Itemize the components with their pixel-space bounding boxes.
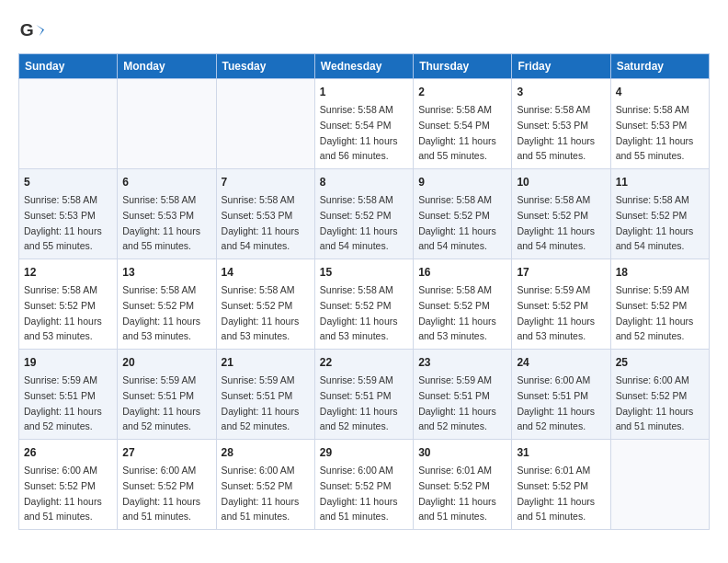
day-cell-4: 4Sunrise: 5:58 AM Sunset: 5:53 PM Daylig… — [610, 79, 709, 169]
day-info: Sunrise: 6:01 AM Sunset: 5:52 PM Dayligh… — [418, 465, 496, 522]
day-info: Sunrise: 5:59 AM Sunset: 5:51 PM Dayligh… — [222, 374, 300, 431]
day-cell-24: 24Sunrise: 6:00 AM Sunset: 5:51 PM Dayli… — [512, 350, 610, 440]
day-cell-29: 29Sunrise: 6:00 AM Sunset: 5:52 PM Dayli… — [314, 440, 413, 530]
week-row-3: 12Sunrise: 5:58 AM Sunset: 5:52 PM Dayli… — [19, 259, 710, 350]
day-info: Sunrise: 6:00 AM Sunset: 5:52 PM Dayligh… — [122, 465, 200, 522]
day-number: 21 — [222, 354, 310, 371]
day-number: 26 — [24, 444, 112, 461]
day-info: Sunrise: 5:58 AM Sunset: 5:52 PM Dayligh… — [616, 194, 694, 251]
day-number: 23 — [418, 354, 506, 371]
day-number: 24 — [517, 354, 605, 371]
day-cell-7: 7Sunrise: 5:58 AM Sunset: 5:53 PM Daylig… — [216, 169, 314, 259]
day-number: 13 — [122, 264, 210, 281]
day-number: 9 — [418, 174, 506, 190]
day-cell-20: 20Sunrise: 5:59 AM Sunset: 5:51 PM Dayli… — [118, 350, 216, 440]
day-info: Sunrise: 5:59 AM Sunset: 5:52 PM Dayligh… — [517, 284, 595, 341]
day-cell-31: 31Sunrise: 6:01 AM Sunset: 5:52 PM Dayli… — [512, 440, 610, 530]
day-info: Sunrise: 5:58 AM Sunset: 5:52 PM Dayligh… — [320, 194, 398, 251]
day-info: Sunrise: 5:58 AM Sunset: 5:52 PM Dayligh… — [418, 284, 496, 341]
column-header-thursday: Thursday — [414, 54, 512, 79]
day-info: Sunrise: 5:58 AM Sunset: 5:53 PM Dayligh… — [616, 104, 694, 161]
empty-cell — [610, 440, 709, 530]
svg-text:G: G — [20, 20, 34, 40]
day-number: 16 — [418, 264, 506, 281]
day-number: 11 — [616, 174, 704, 190]
day-info: Sunrise: 6:01 AM Sunset: 5:52 PM Dayligh… — [517, 465, 595, 522]
day-info: Sunrise: 5:58 AM Sunset: 5:54 PM Dayligh… — [320, 104, 398, 161]
day-number: 27 — [122, 444, 210, 461]
day-cell-18: 18Sunrise: 5:59 AM Sunset: 5:52 PM Dayli… — [610, 259, 709, 350]
day-number: 10 — [517, 174, 605, 190]
column-header-sunday: Sunday — [19, 54, 118, 79]
calendar-table: SundayMondayTuesdayWednesdayThursdayFrid… — [18, 53, 710, 530]
week-row-4: 19Sunrise: 5:59 AM Sunset: 5:51 PM Dayli… — [19, 350, 710, 440]
day-cell-26: 26Sunrise: 6:00 AM Sunset: 5:52 PM Dayli… — [19, 440, 118, 530]
day-cell-16: 16Sunrise: 5:58 AM Sunset: 5:52 PM Dayli… — [414, 259, 512, 350]
day-number: 18 — [616, 264, 704, 281]
day-cell-30: 30Sunrise: 6:01 AM Sunset: 5:52 PM Dayli… — [414, 440, 512, 530]
day-info: Sunrise: 5:58 AM Sunset: 5:53 PM Dayligh… — [24, 194, 102, 251]
column-header-tuesday: Tuesday — [216, 54, 314, 79]
column-header-saturday: Saturday — [610, 54, 709, 79]
day-info: Sunrise: 6:00 AM Sunset: 5:52 PM Dayligh… — [320, 465, 398, 522]
day-number: 5 — [24, 174, 112, 190]
day-info: Sunrise: 5:58 AM Sunset: 5:52 PM Dayligh… — [222, 284, 300, 341]
day-info: Sunrise: 5:59 AM Sunset: 5:51 PM Dayligh… — [122, 374, 200, 431]
week-row-5: 26Sunrise: 6:00 AM Sunset: 5:52 PM Dayli… — [19, 440, 710, 530]
day-cell-11: 11Sunrise: 5:58 AM Sunset: 5:52 PM Dayli… — [610, 169, 709, 259]
day-number: 20 — [122, 354, 210, 371]
day-number: 31 — [517, 444, 605, 461]
day-info: Sunrise: 5:58 AM Sunset: 5:52 PM Dayligh… — [24, 284, 102, 341]
day-info: Sunrise: 5:58 AM Sunset: 5:52 PM Dayligh… — [418, 194, 496, 251]
day-number: 6 — [122, 174, 210, 190]
day-info: Sunrise: 6:00 AM Sunset: 5:52 PM Dayligh… — [222, 465, 300, 522]
day-cell-3: 3Sunrise: 5:58 AM Sunset: 5:53 PM Daylig… — [512, 79, 610, 169]
svg-marker-2 — [36, 25, 44, 36]
day-cell-10: 10Sunrise: 5:58 AM Sunset: 5:52 PM Dayli… — [512, 169, 610, 259]
column-header-monday: Monday — [118, 54, 216, 79]
day-cell-6: 6Sunrise: 5:58 AM Sunset: 5:53 PM Daylig… — [118, 169, 216, 259]
day-info: Sunrise: 5:58 AM Sunset: 5:53 PM Dayligh… — [517, 104, 595, 161]
day-info: Sunrise: 5:58 AM Sunset: 5:53 PM Dayligh… — [222, 194, 300, 251]
empty-cell — [216, 79, 314, 169]
day-cell-21: 21Sunrise: 5:59 AM Sunset: 5:51 PM Dayli… — [216, 350, 314, 440]
day-info: Sunrise: 5:58 AM Sunset: 5:53 PM Dayligh… — [122, 194, 200, 251]
day-cell-23: 23Sunrise: 5:59 AM Sunset: 5:51 PM Dayli… — [414, 350, 512, 440]
day-info: Sunrise: 5:58 AM Sunset: 5:52 PM Dayligh… — [320, 284, 398, 341]
day-number: 28 — [222, 444, 310, 461]
empty-cell — [118, 79, 216, 169]
day-number: 14 — [222, 264, 310, 281]
page-header: G — [18, 18, 710, 44]
day-number: 8 — [320, 174, 408, 190]
day-number: 15 — [320, 264, 408, 281]
day-number: 3 — [517, 84, 605, 100]
logo: G — [18, 18, 48, 44]
day-cell-2: 2Sunrise: 5:58 AM Sunset: 5:54 PM Daylig… — [414, 79, 512, 169]
day-number: 25 — [616, 354, 704, 371]
day-cell-28: 28Sunrise: 6:00 AM Sunset: 5:52 PM Dayli… — [216, 440, 314, 530]
column-header-friday: Friday — [512, 54, 610, 79]
day-info: Sunrise: 6:00 AM Sunset: 5:52 PM Dayligh… — [24, 465, 102, 522]
day-cell-15: 15Sunrise: 5:58 AM Sunset: 5:52 PM Dayli… — [314, 259, 413, 350]
day-cell-17: 17Sunrise: 5:59 AM Sunset: 5:52 PM Dayli… — [512, 259, 610, 350]
day-number: 4 — [616, 84, 704, 100]
empty-cell — [19, 79, 118, 169]
day-number: 30 — [418, 444, 506, 461]
day-number: 17 — [517, 264, 605, 281]
day-cell-13: 13Sunrise: 5:58 AM Sunset: 5:52 PM Dayli… — [118, 259, 216, 350]
day-info: Sunrise: 5:59 AM Sunset: 5:52 PM Dayligh… — [616, 284, 694, 341]
day-info: Sunrise: 5:58 AM Sunset: 5:52 PM Dayligh… — [517, 194, 595, 251]
day-info: Sunrise: 6:00 AM Sunset: 5:52 PM Dayligh… — [616, 374, 694, 431]
day-cell-12: 12Sunrise: 5:58 AM Sunset: 5:52 PM Dayli… — [19, 259, 118, 350]
day-info: Sunrise: 5:59 AM Sunset: 5:51 PM Dayligh… — [418, 374, 496, 431]
day-cell-27: 27Sunrise: 6:00 AM Sunset: 5:52 PM Dayli… — [118, 440, 216, 530]
day-cell-22: 22Sunrise: 5:59 AM Sunset: 5:51 PM Dayli… — [314, 350, 413, 440]
day-info: Sunrise: 5:58 AM Sunset: 5:52 PM Dayligh… — [122, 284, 200, 341]
week-row-1: 1Sunrise: 5:58 AM Sunset: 5:54 PM Daylig… — [19, 79, 710, 169]
day-number: 19 — [24, 354, 112, 371]
day-cell-14: 14Sunrise: 5:58 AM Sunset: 5:52 PM Dayli… — [216, 259, 314, 350]
week-row-2: 5Sunrise: 5:58 AM Sunset: 5:53 PM Daylig… — [19, 169, 710, 259]
day-number: 7 — [222, 174, 310, 190]
day-info: Sunrise: 6:00 AM Sunset: 5:51 PM Dayligh… — [517, 374, 595, 431]
day-number: 1 — [320, 84, 408, 100]
